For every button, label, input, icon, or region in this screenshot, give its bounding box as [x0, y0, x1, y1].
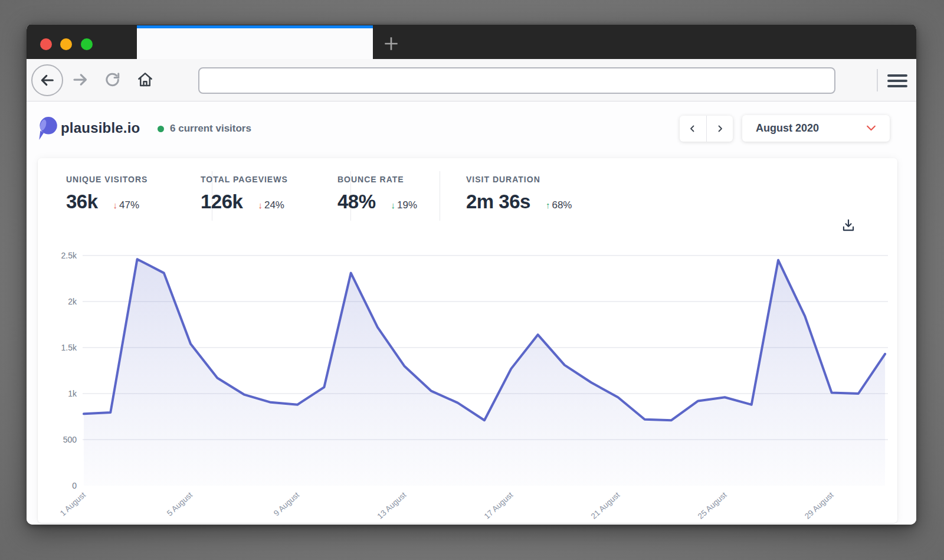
download-report-button[interactable] [840, 217, 858, 235]
plausible-dashboard: plausible.io 6 current visitors August 2… [27, 101, 916, 525]
stat-value: 36k [66, 191, 98, 213]
stat-label: VISIT DURATION [466, 175, 572, 184]
reload-icon [104, 71, 122, 89]
stat-label: UNIQUE VISITORS [66, 175, 148, 184]
trend-arrow-icon: ↑ [546, 200, 550, 210]
forward-arrow-icon [71, 71, 89, 89]
minimize-window-button[interactable] [60, 38, 72, 50]
svg-text:0: 0 [72, 481, 77, 490]
stat-divider [440, 171, 440, 221]
previous-period-button[interactable] [680, 116, 707, 142]
stats-row: UNIQUE VISITORS 36k ↓47% TOTAL PAGEVIEWS… [38, 158, 897, 223]
svg-text:13 August: 13 August [376, 490, 408, 520]
browser-tab[interactable] [137, 25, 373, 60]
trend-arrow-icon: ↓ [113, 200, 118, 210]
browser-navbar [27, 59, 916, 101]
trend-arrow-icon: ↓ [391, 200, 396, 210]
stat-label: TOTAL PAGEVIEWS [201, 175, 288, 184]
dashboard-header: plausible.io 6 current visitors August 2… [27, 101, 916, 158]
hamburger-icon [887, 74, 907, 77]
stat-change: ↓47% [113, 199, 140, 211]
visitors-chart: 05001k1.5k2k2.5k1 August5 August9 August… [38, 236, 897, 523]
url-bar [198, 67, 835, 94]
stat-label: BOUNCE RATE [337, 175, 417, 184]
home-icon [136, 71, 154, 89]
svg-text:21 August: 21 August [589, 490, 622, 520]
svg-text:29 August: 29 August [803, 490, 835, 520]
navbar-divider [877, 69, 878, 91]
stat-visit-duration: VISIT DURATION 2m 36s ↑68% [466, 175, 572, 213]
site-name: plausible.io [61, 120, 140, 136]
close-window-button[interactable] [40, 38, 52, 50]
svg-text:17 August: 17 August [483, 490, 515, 520]
svg-text:2.5k: 2.5k [61, 251, 77, 260]
maximize-window-button[interactable] [81, 38, 93, 50]
period-pager [680, 116, 733, 142]
menu-button[interactable] [887, 74, 907, 87]
forward-button[interactable] [71, 71, 90, 90]
url-input[interactable] [199, 68, 834, 93]
browser-titlebar [27, 24, 916, 59]
date-range-label: August 2020 [756, 122, 819, 135]
svg-text:9 August: 9 August [272, 490, 301, 518]
svg-text:1.5k: 1.5k [61, 343, 77, 352]
new-tab-button[interactable] [379, 32, 403, 54]
back-button[interactable] [31, 64, 63, 96]
date-range-dropdown[interactable]: August 2020 [742, 115, 890, 142]
stat-total-pageviews: TOTAL PAGEVIEWS 126k ↓24% [201, 175, 288, 213]
trend-arrow-icon: ↓ [258, 200, 263, 210]
download-icon [840, 217, 857, 234]
chevron-right-icon [715, 124, 725, 133]
svg-text:25 August: 25 August [696, 490, 729, 520]
svg-text:500: 500 [63, 435, 77, 444]
stat-change: ↑68% [546, 199, 572, 211]
browser-window: plausible.io 6 current visitors August 2… [27, 24, 916, 525]
reload-button[interactable] [104, 71, 123, 90]
chevron-left-icon [688, 124, 697, 133]
plausible-logo-icon [37, 116, 58, 143]
svg-text:2k: 2k [68, 297, 77, 306]
svg-text:5 August: 5 August [165, 490, 194, 518]
stat-change: ↓24% [258, 199, 284, 211]
stat-unique-visitors: UNIQUE VISITORS 36k ↓47% [66, 175, 148, 213]
stat-value: 48% [337, 191, 376, 213]
svg-text:1 August: 1 August [58, 490, 87, 518]
back-arrow-icon [39, 72, 55, 89]
stat-value: 2m 36s [466, 191, 530, 213]
plus-icon [382, 34, 401, 53]
chevron-down-icon [866, 125, 876, 132]
stat-bounce-rate: BOUNCE RATE 48% ↓19% [337, 175, 417, 213]
analytics-card: UNIQUE VISITORS 36k ↓47% TOTAL PAGEVIEWS… [38, 158, 897, 523]
stat-change: ↓19% [391, 199, 418, 211]
live-dot-icon [158, 126, 164, 132]
next-period-button[interactable] [707, 116, 733, 142]
home-button[interactable] [136, 71, 155, 90]
svg-text:1k: 1k [68, 389, 77, 398]
current-visitors: 6 current visitors [158, 123, 251, 135]
current-visitors-label: 6 current visitors [170, 123, 251, 135]
stat-value: 126k [201, 191, 242, 213]
